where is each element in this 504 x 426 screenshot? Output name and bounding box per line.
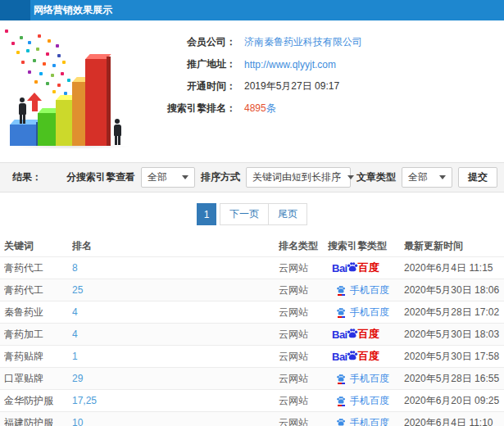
mobile-paw-icon — [336, 418, 346, 426]
title-bar: 网络营销效果展示 — [0, 0, 504, 20]
mobile-baidu-icon — [336, 285, 346, 296]
cell-keyword: 秦鲁药业 — [4, 306, 72, 320]
mobile-baidu-underline — [338, 405, 345, 406]
mobile-baidu-icon — [336, 374, 346, 384]
last-page-button[interactable]: 尾页 — [268, 204, 306, 224]
title-bar-left-edge — [0, 0, 30, 20]
engine-rank-count: 4895 — [244, 102, 266, 114]
cell-rank-type: 云网站 — [279, 350, 328, 364]
cell-engine-type: Bai 百度 手机百度 — [328, 306, 404, 320]
baidu-logo-cn: 百度 — [358, 261, 379, 275]
cell-rank-type: 云网站 — [279, 261, 328, 275]
mobile-paw-icon — [336, 374, 346, 383]
mobile-baidu-logo: 手机百度 — [336, 283, 389, 297]
open-time-label: 开通时间： — [146, 79, 236, 93]
mobile-baidu-label: 手机百度 — [350, 416, 389, 426]
pagination: 1 下一页 尾页 — [0, 193, 504, 235]
mobile-baidu-label: 手机百度 — [350, 372, 389, 386]
header-update-time: 最新更新时间 — [404, 239, 504, 253]
cell-rank-link[interactable]: 8 — [72, 262, 279, 274]
mobile-baidu-logo: 手机百度 — [336, 306, 389, 320]
cell-rank-link[interactable]: 10 — [72, 417, 279, 426]
confetti-decoration — [5, 29, 8, 33]
cell-engine-type: Bai 百度 手机百度 — [328, 261, 404, 275]
table-row: 膏药代工 25 云网站 Bai 百度 — [0, 279, 504, 301]
promotion-url-label: 推广地址： — [146, 57, 236, 71]
mobile-paw-icon — [336, 396, 346, 405]
sort-select[interactable]: 关键词由短到长排序 — [246, 167, 351, 188]
cell-rank-link[interactable]: 4 — [72, 329, 279, 340]
cell-rank-link[interactable]: 4 — [72, 306, 279, 318]
header-rank-type: 排名类型 — [279, 239, 328, 253]
article-type-selected: 全部 — [408, 170, 428, 184]
baidu-logo: Bai 百度 — [332, 349, 379, 364]
pagination-group: 下一页 尾页 — [220, 203, 307, 225]
baidu-logo-text: Bai — [332, 351, 347, 363]
bar-chart-illustration — [0, 25, 146, 154]
header-keyword: 关键词 — [4, 239, 72, 253]
mobile-baidu-underline — [338, 316, 345, 318]
article-type-select[interactable]: 全部 — [402, 167, 452, 188]
cell-engine-type: Bai 百度 手机百度 — [328, 394, 404, 408]
cell-rank-link[interactable]: 17,25 — [72, 395, 279, 406]
baidu-logo: Bai 百度 — [332, 261, 379, 275]
cell-engine-type: Bai 百度 手机百度 — [328, 327, 404, 342]
company-link[interactable]: 济南秦鲁药业科技有限公司 — [244, 35, 362, 49]
cell-keyword: 膏药加工 — [4, 328, 72, 342]
cell-rank-type: 云网站 — [279, 306, 328, 320]
engine-view-label: 分搜索引擎查看 — [66, 170, 135, 184]
cell-rank-link[interactable]: 29 — [72, 373, 279, 384]
info-row-company: 会员公司： 济南秦鲁药业科技有限公司 — [146, 31, 362, 53]
promotion-url-link[interactable]: http://www.qlyyjt.com — [244, 59, 336, 70]
illustration-bar-blue — [10, 125, 36, 146]
cell-rank-link[interactable]: 25 — [72, 284, 279, 296]
cell-engine-type: Bai 百度 手机百度 — [328, 349, 404, 364]
page-number-current[interactable]: 1 — [197, 203, 216, 225]
cell-update-time: 2020年5月30日 17:58 — [404, 350, 504, 364]
cell-rank-link[interactable]: 1 — [72, 351, 279, 362]
cell-update-time: 2020年5月28日 16:55 — [404, 372, 504, 386]
filter-controls: 分搜索引擎查看 全部 排序方式 关键词由短到长排序 文章类型 全部 提交 — [66, 167, 497, 188]
table-row: 膏药加工 4 云网站 Bai 百度 — [0, 323, 504, 345]
cell-engine-type: Bai 百度 手机百度 — [328, 416, 404, 426]
cell-update-time: 2020年5月28日 17:02 — [404, 306, 504, 320]
cell-engine-type: Bai 百度 手机百度 — [328, 283, 404, 297]
cell-engine-type: Bai 百度 手机百度 — [328, 372, 404, 386]
header-engine-type: 搜索引擎类型 — [328, 239, 404, 253]
chevron-down-icon — [182, 175, 188, 179]
baidu-logo-text: Bai — [332, 262, 347, 274]
mobile-baidu-label: 手机百度 — [350, 394, 389, 408]
article-type-label: 文章类型 — [356, 170, 396, 184]
next-page-button[interactable]: 下一页 — [220, 204, 268, 224]
chevron-down-icon — [347, 175, 354, 179]
mobile-paw-icon — [336, 307, 346, 316]
cell-update-time: 2020年6月20日 09:25 — [404, 394, 504, 408]
table-row: 口罩贴牌 29 云网站 Bai 百度 — [0, 367, 504, 389]
mobile-baidu-underline — [338, 383, 345, 384]
cell-rank-type: 云网站 — [279, 372, 328, 386]
cell-rank-type: 云网站 — [279, 283, 328, 297]
table-row: 秦鲁药业 4 云网站 Bai 百度 — [0, 301, 504, 323]
results-table: 关键词 排名 排名类型 搜索引擎类型 最新更新时间 膏药代工 8 云网站 Bai… — [0, 235, 504, 426]
mobile-baidu-icon — [336, 396, 346, 406]
cell-keyword: 口罩贴牌 — [4, 372, 72, 386]
sort-label: 排序方式 — [201, 170, 240, 184]
table-row: 膏药代工 8 云网站 Bai 百度 — [0, 256, 504, 279]
baidu-paw-icon — [347, 350, 358, 361]
cell-keyword: 膏药贴牌 — [4, 350, 72, 364]
table-row: 福建防护服 10 云网站 Bai 百度 — [0, 411, 504, 426]
mobile-baidu-label: 手机百度 — [350, 306, 389, 320]
engine-view-select[interactable]: 全部 — [141, 167, 195, 188]
cell-keyword: 金华防护服 — [4, 394, 72, 408]
filter-bar: 结果： 分搜索引擎查看 全部 排序方式 关键词由短到长排序 文章类型 全部 提交 — [0, 162, 504, 193]
engine-rank-label: 搜索引擎排名： — [146, 102, 236, 116]
chevron-down-icon — [439, 175, 446, 179]
submit-button[interactable]: 提交 — [458, 167, 497, 188]
result-label: 结果： — [12, 170, 42, 184]
mobile-baidu-icon — [336, 307, 346, 318]
up-arrow-icon — [27, 93, 42, 111]
info-row-url: 推广地址： http://www.qlyyjt.com — [146, 53, 362, 75]
engine-rank-value: 4895条 — [244, 102, 276, 116]
engine-view-selected: 全部 — [148, 170, 167, 184]
mobile-baidu-logo: 手机百度 — [336, 394, 389, 408]
